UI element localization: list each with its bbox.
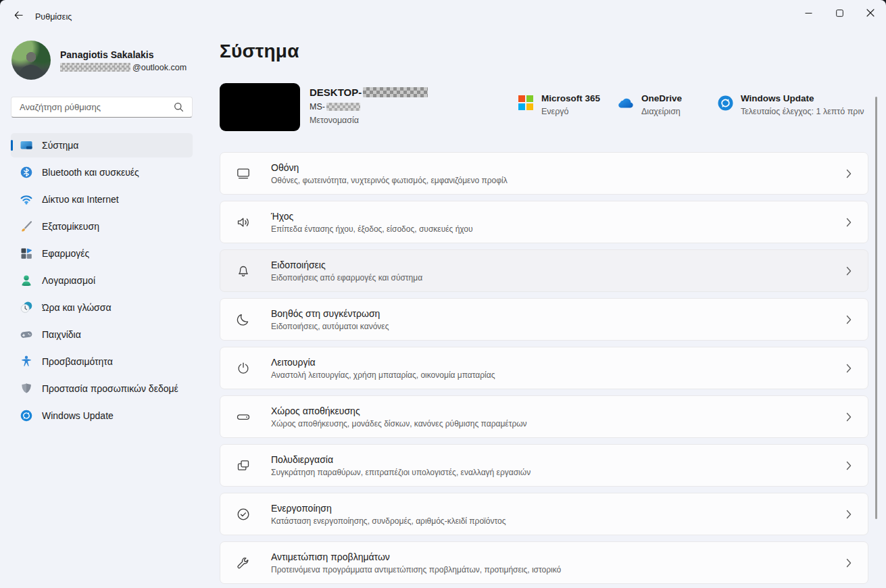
vertical-scrollbar[interactable] [875,97,877,519]
chevron-right-icon [846,266,852,276]
quick-windows-update[interactable]: Windows Update Τελευταίος έλεγχος: 1 λεπ… [716,93,864,116]
profile-name: Panagiotis Sakalakis [60,49,187,61]
chevron-right-icon [846,218,852,227]
minimize-icon [805,7,812,20]
profile-email: @outlook.com [60,63,187,72]
time-language-icon [20,301,33,314]
sidebar-item-bluetooth[interactable]: Bluetooth και συσκευές [11,160,193,185]
card-multitasking[interactable]: Πολυδιεργασία Συγκράτηση παραθύρων, επιτ… [220,444,868,487]
settings-window: Ρυθμίσεις Panagiotis Sakalakis @outlook.… [0,0,886,588]
system-icon [20,139,33,152]
wrench-icon [235,554,252,572]
device-header: DESKTOP- MS- Μετονομασία Microsoft 365 Ε… [220,83,868,132]
chevron-right-icon [846,558,852,568]
onedrive-cloud-icon [617,94,635,112]
chevron-right-icon [846,412,852,422]
device-thumbnail [220,83,300,131]
profile-card[interactable]: Panagiotis Sakalakis @outlook.com [11,41,187,80]
gaming-icon [20,328,33,341]
card-sound[interactable]: Ήχος Επίπεδα έντασης ήχου, έξοδος, είσοδ… [220,201,868,243]
close-button[interactable] [855,0,886,27]
sidebar-nav: Σύστημα Bluetooth και συσκευές Δίκτυο κα… [11,133,193,431]
apps-icon [20,247,33,260]
storage-drive-icon [235,408,252,426]
device-name: DESKTOP- [310,87,428,98]
chevron-right-icon [846,461,852,470]
sidebar-item-label: Σύστημα [42,140,78,151]
microsoft-logo-icon [517,94,535,112]
minimize-button[interactable] [793,0,824,27]
moon-icon [235,311,252,328]
sound-icon [235,214,252,231]
maximize-icon [836,7,843,20]
network-icon [20,193,33,206]
windows-update-icon [20,409,33,422]
titlebar: Ρυθμίσεις [0,0,886,32]
back-arrow-icon [14,10,24,23]
search-box [11,97,193,118]
card-focus-assist[interactable]: Βοηθός στη συγκέντρωση Ειδοποιήσεις, αυτ… [220,298,868,341]
sidebar-item-accounts[interactable]: Λογαριασμοί [11,268,193,293]
close-icon [866,7,875,20]
main-content: Σύστημα DESKTOP- MS- Μετονομασία Microso… [220,32,886,588]
sidebar-item-personalization[interactable]: Εξατομίκευση [11,214,193,239]
multitask-windows-icon [235,457,252,474]
privacy-shield-icon [20,382,33,395]
maximize-button[interactable] [824,0,855,27]
redacted-workgroup [326,103,360,111]
windows-update-status-icon [716,94,734,112]
check-circle-icon [235,506,252,523]
personalization-icon [20,220,33,233]
selection-indicator [11,140,13,151]
settings-card-list: Οθόνη Οθόνες, φωτεινότητα, νυχτερινός φω… [220,152,868,588]
search-input[interactable] [11,102,170,112]
device-workgroup: MS- [310,102,428,112]
back-button[interactable] [5,5,31,27]
card-display[interactable]: Οθόνη Οθόνες, φωτεινότητα, νυχτερινός φω… [220,152,868,195]
accounts-icon [20,274,33,287]
bluetooth-icon [20,166,33,179]
window-title: Ρυθμίσεις [35,12,72,22]
sidebar-item-system[interactable]: Σύστημα [11,133,193,157]
rename-link[interactable]: Μετονομασία [310,116,428,125]
chevron-right-icon [846,364,852,373]
chevron-right-icon [846,315,852,324]
card-troubleshoot[interactable]: Αντιμετώπιση προβλημάτων Προτεινόμενα πρ… [220,541,868,584]
power-icon [235,360,252,377]
page-title: Σύστημα [220,41,299,62]
sidebar-item-gaming[interactable]: Παιχνίδια [11,322,193,347]
chevron-right-icon [846,510,852,519]
search-icon[interactable] [170,102,192,112]
chevron-right-icon [846,169,852,178]
card-power[interactable]: Λειτουργία Αναστολή λειτουργίας, χρήση μ… [220,347,868,389]
sidebar-item-time-language[interactable]: Ώρα και γλώσσα [11,295,193,320]
quick-onedrive[interactable]: OneDrive Διαχείριση [617,93,682,116]
redacted-email [60,63,130,72]
card-activation[interactable]: Ενεργοποίηση Κατάσταση ενεργοποίησης, συ… [220,493,868,535]
display-icon [235,165,252,182]
card-storage[interactable]: Χώρος αποθήκευσης Χώρος αποθήκευσης, μον… [220,395,868,438]
sidebar-item-apps[interactable]: Εφαρμογές [11,241,193,266]
quick-microsoft365[interactable]: Microsoft 365 Ενεργό [517,93,600,116]
sidebar-item-privacy[interactable]: Προστασία προσωπικών δεδομέ [11,376,193,401]
card-notifications[interactable]: Ειδοποιήσεις Ειδοποιήσεις από εφαρμογές … [220,249,868,292]
redacted-device-name [363,87,428,97]
bell-icon [235,262,252,280]
avatar [11,41,51,80]
sidebar-item-windows-update[interactable]: Windows Update [11,403,193,428]
accessibility-icon [20,355,33,368]
sidebar-item-network[interactable]: Δίκτυο και Internet [11,187,193,212]
sidebar: Panagiotis Sakalakis @outlook.com Σύστημ… [0,32,211,588]
sidebar-item-accessibility[interactable]: Προσβασιμότητα [11,349,193,374]
